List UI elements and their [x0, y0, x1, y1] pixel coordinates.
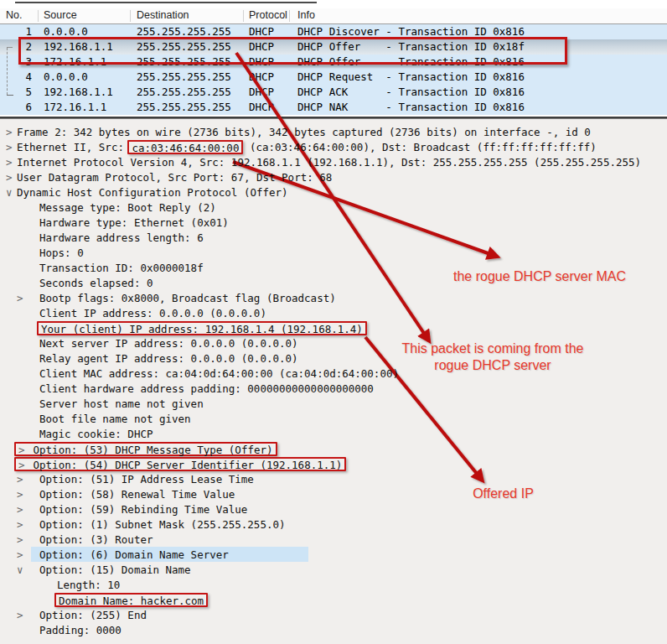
- annotation-packet-origin: This packet is coming from the rogue DHC…: [389, 340, 597, 374]
- detail-line-option-51[interactable]: >Option: (51) IP Address Lease Time: [0, 471, 667, 486]
- detail-line-your-ip[interactable]: Your (client) IP address: 192.168.1.4 (1…: [0, 320, 667, 335]
- detail-line-padding[interactable]: Padding: 0000: [0, 622, 667, 637]
- detail-line-dhcp[interactable]: ∨Dynamic Host Configuration Protocol (Of…: [0, 184, 667, 200]
- detail-text: Padding: 0000: [39, 624, 122, 636]
- annotation-offered-ip: Offered IP: [459, 486, 547, 502]
- cell-source: 0.0.0.0: [44, 70, 88, 85]
- column-divider[interactable]: [243, 10, 244, 22]
- detail-line-udp[interactable]: >User Datagram Protocol, Src Port: 67, D…: [0, 169, 667, 184]
- detail-text: Relay agent IP address: 0.0.0.0 (0.0.0.0…: [39, 352, 298, 365]
- detail-line-option-53[interactable]: >Option: (53) DHCP Message Type (Offer): [0, 441, 667, 456]
- detail-text: Bootp flags: 0x8000, Broadcast flag (Bro…: [39, 292, 336, 304]
- detail-line-length[interactable]: Length: 10: [0, 577, 667, 592]
- detail-text: Option: (59) Rebinding Time Value: [39, 503, 247, 516]
- detail-text: Hardware address length: 6: [39, 231, 204, 244]
- packet-row-6[interactable]: 6 172.16.1.1 255.255.255.255 DHCP DHCP N…: [0, 100, 667, 115]
- collapse-icon[interactable]: ∨: [17, 564, 39, 576]
- detail-line-ip[interactable]: >Internet Protocol Version 4, Src: 192.1…: [0, 154, 667, 169]
- detail-line[interactable]: Client hardware address padding: 0000000…: [0, 381, 667, 396]
- detail-line-bootp-flags[interactable]: >Bootp flags: 0x8000, Broadcast flag (Br…: [0, 290, 667, 305]
- column-header-source[interactable]: Source: [44, 9, 77, 21]
- detail-text: Server host name not given: [39, 397, 204, 410]
- detail-line-option-15[interactable]: ∨Option: (15) Domain Name: [0, 562, 667, 577]
- cell-info: DHCP Request - Transaction ID 0x816: [297, 70, 525, 85]
- column-header-no[interactable]: No.: [6, 9, 22, 21]
- expand-icon[interactable]: >: [17, 503, 39, 516]
- packet-row-5[interactable]: 5 192.168.1.1 255.255.255.255 DHCP DHCP …: [0, 85, 667, 100]
- cell-protocol: DHCP: [249, 85, 274, 100]
- column-divider[interactable]: [38, 10, 39, 22]
- detail-line[interactable]: Client IP address: 0.0.0.0 (0.0.0.0): [0, 305, 667, 320]
- detail-text: Option: (53) DHCP Message Type (Offer): [34, 444, 273, 456]
- expand-icon[interactable]: >: [6, 141, 17, 153]
- detail-line-option-3[interactable]: >Option: (3) Router: [0, 532, 667, 547]
- expand-icon[interactable]: >: [17, 292, 39, 304]
- detail-text: Internet Protocol Version 4, Src: 192.16…: [17, 156, 641, 169]
- detail-line-option-6-highlighted[interactable]: >Option: (6) Domain Name Server: [0, 547, 667, 562]
- related-packet-bracket: [7, 48, 8, 95]
- detail-text: Magic cookie: DHCP: [39, 428, 153, 440]
- column-header-destination[interactable]: Destination: [137, 9, 189, 21]
- expand-icon[interactable]: >: [17, 533, 39, 546]
- expand-icon[interactable]: >: [17, 609, 39, 621]
- detail-line-option-1[interactable]: >Option: (1) Subnet Mask (255.255.255.0): [0, 517, 667, 532]
- red-annotation-box-domain-name: Domain Name: hacker.com: [54, 593, 208, 607]
- cell-info: DHCP NAK - Transaction ID 0x816: [297, 100, 525, 115]
- cell-source: 192.168.1.1: [44, 85, 113, 100]
- detail-text: Client IP address: 0.0.0.0 (0.0.0.0): [39, 307, 266, 319]
- detail-line-option-59[interactable]: >Option: (59) Rebinding Time Value: [0, 501, 667, 517]
- expand-icon[interactable]: >: [18, 444, 25, 457]
- detail-text: Client hardware address padding: 0000000…: [39, 382, 374, 395]
- red-annotation-box-row2: [18, 37, 567, 65]
- column-header-protocol[interactable]: Protocol: [249, 9, 287, 21]
- annotation-rogue-mac: the rogue DHCP server MAC: [442, 268, 637, 285]
- cell-info: DHCP ACK - Transaction ID 0x816: [297, 85, 525, 100]
- expand-icon[interactable]: >: [6, 126, 17, 138]
- detail-text: Option: (54) DHCP Server Identifier (192…: [34, 459, 343, 471]
- detail-text: Next server IP address: 0.0.0.0 (0.0.0.0…: [39, 337, 298, 350]
- detail-line[interactable]: Boot file name not given: [0, 411, 667, 426]
- column-divider[interactable]: [289, 10, 290, 22]
- red-annotation-box-src-mac: ca:03:46:64:00:00: [127, 140, 243, 154]
- packet-detail-pane: >Frame 2: 342 bytes on wire (2736 bits),…: [0, 118, 667, 644]
- detail-line[interactable]: Message type: Boot Reply (2): [0, 200, 667, 215]
- detail-text: Option: (3) Router: [39, 533, 153, 546]
- expand-icon[interactable]: >: [18, 459, 25, 472]
- detail-text: Dynamic Host Configuration Protocol (Off…: [17, 186, 288, 199]
- cell-destination: 255.255.255.255: [137, 70, 231, 85]
- detail-line-option-58[interactable]: >Option: (58) Renewal Time Value: [0, 486, 667, 501]
- detail-line-frame[interactable]: >Frame 2: 342 bytes on wire (2736 bits),…: [0, 124, 667, 139]
- related-packet-bracket-top: [7, 47, 13, 48]
- detail-text: Length: 10: [57, 579, 120, 591]
- cell-no: 4: [0, 70, 32, 85]
- detail-line[interactable]: Hardware type: Ethernet (0x01): [0, 215, 667, 230]
- detail-line-option-255[interactable]: >Option: (255) End: [0, 607, 667, 622]
- detail-line-ethernet[interactable]: >Ethernet II, Src: ca:03:46:64:00:00 (ca…: [0, 139, 667, 154]
- cell-protocol: DHCP: [249, 70, 274, 85]
- detail-line-domain-name[interactable]: Domain Name: hacker.com: [0, 592, 667, 607]
- detail-text: (ca:03:46:64:00:00), Dst: Broadcast (ff:…: [243, 141, 596, 153]
- detail-text: Hardware type: Ethernet (0x01): [39, 216, 229, 229]
- expand-icon[interactable]: >: [6, 171, 17, 184]
- detail-line-option-54[interactable]: >Option: (54) DHCP Server Identifier (19…: [0, 456, 667, 471]
- expand-icon[interactable]: >: [17, 518, 39, 531]
- cell-destination: 255.255.255.255: [137, 85, 231, 100]
- annotation-packet-origin-line2: rogue DHCP server: [389, 357, 597, 374]
- detail-line[interactable]: Server host name not given: [0, 396, 667, 411]
- collapse-icon[interactable]: ∨: [6, 186, 17, 199]
- expand-icon[interactable]: >: [17, 488, 39, 501]
- expand-icon[interactable]: >: [17, 473, 39, 486]
- detail-line[interactable]: Magic cookie: DHCP: [0, 426, 667, 441]
- detail-line[interactable]: Hops: 0: [0, 245, 667, 260]
- cell-no: 6: [0, 100, 32, 115]
- expand-icon[interactable]: >: [6, 156, 17, 169]
- column-header-info[interactable]: Info: [297, 9, 315, 21]
- detail-text: Option: (58) Renewal Time Value: [39, 488, 235, 501]
- packet-row-4[interactable]: 4 0.0.0.0 255.255.255.255 DHCP DHCP Requ…: [0, 70, 667, 85]
- column-divider[interactable]: [130, 10, 131, 22]
- annotation-packet-origin-line1: This packet is coming from the: [389, 340, 597, 357]
- expand-icon[interactable]: >: [17, 548, 39, 561]
- red-annotation-box-option54: >Option: (54) DHCP Server Identifier (19…: [14, 457, 346, 471]
- red-annotation-box-offered-ip: Your (client) IP address: 192.168.1.4 (1…: [37, 321, 367, 335]
- detail-line[interactable]: Hardware address length: 6: [0, 230, 667, 245]
